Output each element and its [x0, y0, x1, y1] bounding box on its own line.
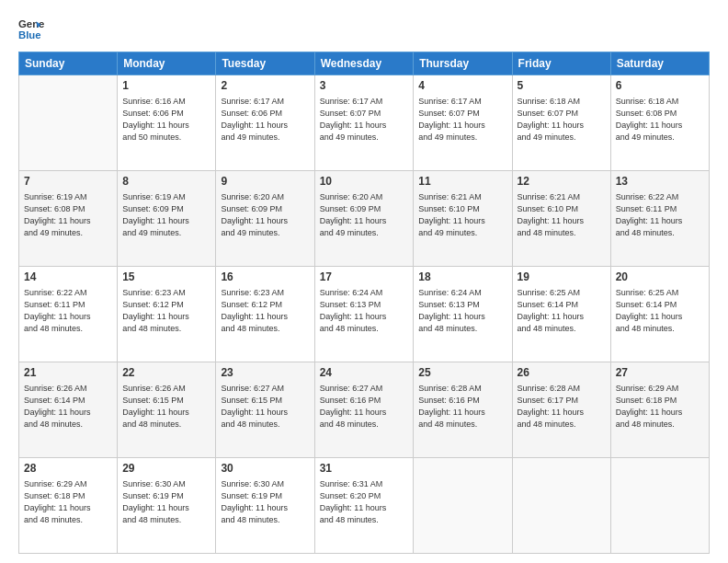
- weekday-tuesday: Tuesday: [216, 52, 314, 75]
- calendar-day-cell: 31Sunrise: 6:31 AM Sunset: 6:20 PM Dayli…: [314, 458, 414, 554]
- day-info: Sunrise: 6:18 AM Sunset: 6:08 PM Dayligh…: [616, 96, 704, 144]
- day-info: Sunrise: 6:23 AM Sunset: 6:12 PM Dayligh…: [122, 287, 210, 335]
- calendar-day-cell: 10Sunrise: 6:20 AM Sunset: 6:09 PM Dayli…: [314, 171, 414, 267]
- day-info: Sunrise: 6:29 AM Sunset: 6:18 PM Dayligh…: [24, 478, 112, 526]
- calendar-day-cell: 21Sunrise: 6:26 AM Sunset: 6:14 PM Dayli…: [19, 362, 118, 458]
- calendar-day-cell: 15Sunrise: 6:23 AM Sunset: 6:12 PM Dayli…: [118, 267, 216, 362]
- calendar-day-cell: 4Sunrise: 6:17 AM Sunset: 6:07 PM Daylig…: [414, 75, 512, 171]
- day-number: 25: [418, 365, 506, 381]
- day-number: 23: [221, 365, 309, 381]
- day-info: Sunrise: 6:19 AM Sunset: 6:09 PM Dayligh…: [122, 191, 210, 239]
- day-info: Sunrise: 6:25 AM Sunset: 6:14 PM Dayligh…: [616, 287, 704, 335]
- calendar-day-cell: 18Sunrise: 6:24 AM Sunset: 6:13 PM Dayli…: [414, 267, 512, 362]
- day-info: Sunrise: 6:26 AM Sunset: 6:15 PM Dayligh…: [122, 383, 210, 431]
- day-info: Sunrise: 6:27 AM Sunset: 6:15 PM Dayligh…: [221, 383, 309, 431]
- calendar-day-cell: 23Sunrise: 6:27 AM Sunset: 6:15 PM Dayli…: [216, 362, 314, 458]
- day-number: 26: [518, 365, 606, 381]
- logo-icon: General Blue: [18, 17, 44, 42]
- weekday-monday: Monday: [118, 52, 216, 75]
- day-number: 15: [122, 270, 210, 285]
- calendar-day-cell: 7Sunrise: 6:19 AM Sunset: 6:08 PM Daylig…: [19, 171, 118, 267]
- calendar-day-cell: 8Sunrise: 6:19 AM Sunset: 6:09 PM Daylig…: [118, 171, 216, 267]
- day-number: 7: [24, 174, 112, 190]
- day-number: 29: [122, 461, 210, 477]
- day-info: Sunrise: 6:20 AM Sunset: 6:09 PM Dayligh…: [221, 191, 309, 239]
- day-number: 19: [518, 270, 606, 285]
- day-info: Sunrise: 6:29 AM Sunset: 6:18 PM Dayligh…: [616, 383, 704, 431]
- calendar-empty-cell: [414, 458, 512, 554]
- svg-text:General: General: [18, 18, 44, 29]
- day-number: 24: [320, 365, 409, 381]
- weekday-sunday: Sunday: [19, 52, 118, 75]
- weekday-friday: Friday: [512, 52, 610, 75]
- calendar-day-cell: 24Sunrise: 6:27 AM Sunset: 6:16 PM Dayli…: [314, 362, 414, 458]
- day-info: Sunrise: 6:19 AM Sunset: 6:08 PM Dayligh…: [24, 191, 112, 239]
- day-number: 30: [221, 461, 309, 477]
- calendar-day-cell: 29Sunrise: 6:30 AM Sunset: 6:19 PM Dayli…: [118, 458, 216, 554]
- day-number: 20: [616, 270, 704, 285]
- day-number: 21: [24, 365, 112, 381]
- day-number: 27: [616, 365, 704, 381]
- calendar-day-cell: 11Sunrise: 6:21 AM Sunset: 6:10 PM Dayli…: [414, 171, 512, 267]
- day-info: Sunrise: 6:24 AM Sunset: 6:13 PM Dayligh…: [418, 287, 506, 335]
- calendar-week-row: 1Sunrise: 6:16 AM Sunset: 6:06 PM Daylig…: [19, 75, 710, 171]
- calendar-empty-cell: [19, 75, 118, 171]
- calendar-week-row: 14Sunrise: 6:22 AM Sunset: 6:11 PM Dayli…: [19, 267, 710, 362]
- day-number: 13: [616, 174, 704, 190]
- day-number: 2: [221, 78, 309, 94]
- svg-text:Blue: Blue: [18, 29, 41, 40]
- day-info: Sunrise: 6:26 AM Sunset: 6:14 PM Dayligh…: [24, 383, 112, 431]
- day-number: 11: [418, 174, 506, 190]
- day-number: 5: [518, 78, 606, 94]
- day-info: Sunrise: 6:18 AM Sunset: 6:07 PM Dayligh…: [518, 96, 606, 144]
- day-info: Sunrise: 6:16 AM Sunset: 6:06 PM Dayligh…: [122, 96, 210, 144]
- weekday-thursday: Thursday: [414, 52, 512, 75]
- day-info: Sunrise: 6:24 AM Sunset: 6:13 PM Dayligh…: [320, 287, 409, 335]
- day-number: 4: [418, 78, 506, 94]
- weekday-wednesday: Wednesday: [314, 52, 414, 75]
- calendar-week-row: 7Sunrise: 6:19 AM Sunset: 6:08 PM Daylig…: [19, 171, 710, 267]
- day-info: Sunrise: 6:31 AM Sunset: 6:20 PM Dayligh…: [320, 478, 409, 526]
- day-info: Sunrise: 6:22 AM Sunset: 6:11 PM Dayligh…: [24, 287, 112, 335]
- calendar-empty-cell: [512, 458, 610, 554]
- day-number: 17: [320, 270, 409, 285]
- calendar-week-row: 28Sunrise: 6:29 AM Sunset: 6:18 PM Dayli…: [19, 458, 710, 554]
- day-number: 22: [122, 365, 210, 381]
- day-number: 16: [221, 270, 309, 285]
- day-number: 14: [24, 270, 112, 285]
- day-info: Sunrise: 6:25 AM Sunset: 6:14 PM Dayligh…: [518, 287, 606, 335]
- day-info: Sunrise: 6:21 AM Sunset: 6:10 PM Dayligh…: [518, 191, 606, 239]
- calendar-table: SundayMondayTuesdayWednesdayThursdayFrid…: [18, 52, 710, 554]
- calendar-empty-cell: [610, 458, 709, 554]
- calendar-day-cell: 2Sunrise: 6:17 AM Sunset: 6:06 PM Daylig…: [216, 75, 314, 171]
- day-info: Sunrise: 6:30 AM Sunset: 6:19 PM Dayligh…: [221, 478, 309, 526]
- day-number: 6: [616, 78, 704, 94]
- day-number: 31: [320, 461, 409, 477]
- calendar-day-cell: 27Sunrise: 6:29 AM Sunset: 6:18 PM Dayli…: [610, 362, 709, 458]
- day-info: Sunrise: 6:17 AM Sunset: 6:07 PM Dayligh…: [418, 96, 506, 144]
- calendar-day-cell: 3Sunrise: 6:17 AM Sunset: 6:07 PM Daylig…: [314, 75, 414, 171]
- calendar-day-cell: 13Sunrise: 6:22 AM Sunset: 6:11 PM Dayli…: [610, 171, 709, 267]
- calendar-day-cell: 9Sunrise: 6:20 AM Sunset: 6:09 PM Daylig…: [216, 171, 314, 267]
- calendar-day-cell: 30Sunrise: 6:30 AM Sunset: 6:19 PM Dayli…: [216, 458, 314, 554]
- day-info: Sunrise: 6:30 AM Sunset: 6:19 PM Dayligh…: [122, 478, 210, 526]
- calendar-day-cell: 14Sunrise: 6:22 AM Sunset: 6:11 PM Dayli…: [19, 267, 118, 362]
- calendar-day-cell: 6Sunrise: 6:18 AM Sunset: 6:08 PM Daylig…: [610, 75, 709, 171]
- weekday-saturday: Saturday: [610, 52, 709, 75]
- day-number: 3: [320, 78, 409, 94]
- day-info: Sunrise: 6:22 AM Sunset: 6:11 PM Dayligh…: [616, 191, 704, 239]
- calendar-day-cell: 26Sunrise: 6:28 AM Sunset: 6:17 PM Dayli…: [512, 362, 610, 458]
- calendar-day-cell: 28Sunrise: 6:29 AM Sunset: 6:18 PM Dayli…: [19, 458, 118, 554]
- day-number: 1: [122, 78, 210, 94]
- calendar-day-cell: 1Sunrise: 6:16 AM Sunset: 6:06 PM Daylig…: [118, 75, 216, 171]
- day-info: Sunrise: 6:17 AM Sunset: 6:06 PM Dayligh…: [221, 96, 309, 144]
- calendar-day-cell: 16Sunrise: 6:23 AM Sunset: 6:12 PM Dayli…: [216, 267, 314, 362]
- day-number: 28: [24, 461, 112, 477]
- day-info: Sunrise: 6:23 AM Sunset: 6:12 PM Dayligh…: [221, 287, 309, 335]
- page-header: General Blue: [18, 17, 710, 42]
- day-number: 10: [320, 174, 409, 190]
- day-info: Sunrise: 6:28 AM Sunset: 6:17 PM Dayligh…: [518, 383, 606, 431]
- logo: General Blue: [18, 17, 44, 42]
- day-number: 8: [122, 174, 210, 190]
- day-number: 18: [418, 270, 506, 285]
